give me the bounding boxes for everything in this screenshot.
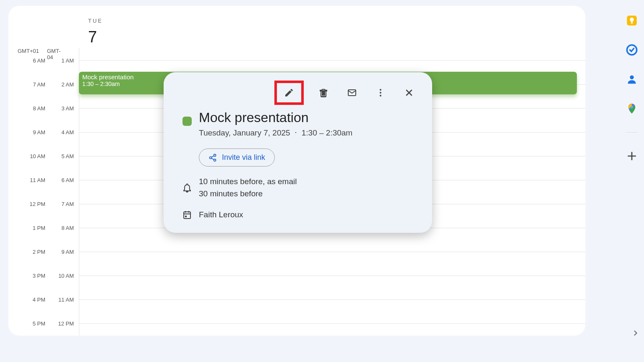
organizer-name: Faith Leroux [199,209,243,221]
hour-row[interactable]: 4 PM11 AM [79,299,585,323]
hour-label-primary: 2 PM [24,249,45,255]
hour-label-primary: 9 AM [24,129,45,135]
hour-row[interactable]: 2 PM9 AM [79,252,585,276]
more-vert-icon [375,88,386,98]
keep-app-icon[interactable] [626,15,638,26]
calendar-icon [182,210,192,220]
popover-datetime: Tuesday, January 7, 2025 ⋅ 1:30 – 2:30am [199,128,352,138]
svg-point-9 [214,159,216,161]
hour-label-primary: 8 AM [24,105,45,112]
hour-row[interactable]: 5 PM12 PM [79,323,585,336]
hour-label-primary: 7 AM [24,81,45,88]
hour-label-secondary: 7 AM [53,201,74,207]
hour-label-secondary: 2 AM [53,81,74,88]
maps-app-icon[interactable] [626,103,638,115]
day-number: 7 [88,28,103,46]
edit-button[interactable] [280,84,298,102]
svg-rect-12 [184,212,190,219]
svg-point-7 [214,154,216,156]
hour-label-secondary: 9 AM [53,249,74,255]
svg-rect-16 [185,216,187,217]
svg-point-19 [630,76,634,79]
invite-via-link-button[interactable]: Invite via link [199,148,275,167]
plus-icon [626,151,637,161]
hour-label-secondary: 6 AM [53,177,74,183]
hour-label-primary: 4 PM [24,297,45,303]
hour-label-secondary: 3 AM [53,105,74,112]
hour-label-secondary: 8 AM [53,225,74,231]
rail-separator [626,132,638,133]
popover-title: Mock presentation [199,110,352,125]
invite-label: Invite via link [222,153,265,162]
event-popover: Mock presentation Tuesday, January 7, 20… [164,72,432,233]
close-button[interactable] [400,84,418,102]
show-side-panel-button[interactable] [631,329,640,339]
side-panel [623,15,641,162]
bell-icon [182,183,192,193]
hour-label-secondary: 12 PM [53,320,74,327]
email-button[interactable] [343,84,361,102]
contacts-app-icon[interactable] [626,73,638,85]
svg-point-5 [380,92,381,94]
pencil-icon [284,88,294,98]
hour-label-primary: 10 AM [24,153,45,159]
reminders-row: 10 minutes before, as email 30 minutes b… [175,176,420,200]
hour-label-secondary: 5 AM [53,153,74,159]
hour-label-primary: 12 PM [24,201,45,207]
hour-label-primary: 11 AM [24,177,45,183]
timezone-primary: GMT+01 [18,48,39,54]
svg-point-6 [380,95,381,96]
envelope-icon [347,88,357,98]
trash-icon [318,88,329,98]
options-button[interactable] [372,84,389,102]
hour-label-primary: 3 PM [24,273,45,279]
event-color-chip [183,117,192,126]
hour-label-secondary: 10 AM [53,273,74,279]
day-header: TUE 7 [88,18,103,46]
svg-line-11 [211,158,214,159]
hour-label-primary: 5 PM [24,320,45,327]
chevron-right-icon [631,329,640,337]
svg-point-21 [631,106,633,109]
svg-point-4 [380,89,381,91]
reminder-2: 30 minutes before [199,188,297,200]
get-addons-button[interactable] [626,150,638,162]
close-icon [404,88,414,98]
hour-label-secondary: 4 AM [53,129,74,135]
hour-label-secondary: 11 AM [53,297,74,303]
svg-point-8 [210,156,212,159]
hour-label-primary: 6 AM [24,57,45,64]
delete-button[interactable] [315,84,332,102]
svg-line-10 [211,156,214,157]
edit-highlight [274,81,304,105]
organizer-row: Faith Leroux [175,209,420,221]
popover-toolbar [175,81,420,105]
reminder-1: 10 minutes before, as email [199,176,297,188]
hour-label-secondary: 1 AM [53,57,74,64]
hour-row[interactable]: 3 PM10 AM [79,276,585,299]
day-of-week: TUE [88,18,103,24]
hour-label-primary: 1 PM [24,225,45,231]
share-icon [209,154,217,162]
tasks-app-icon[interactable] [626,44,638,56]
